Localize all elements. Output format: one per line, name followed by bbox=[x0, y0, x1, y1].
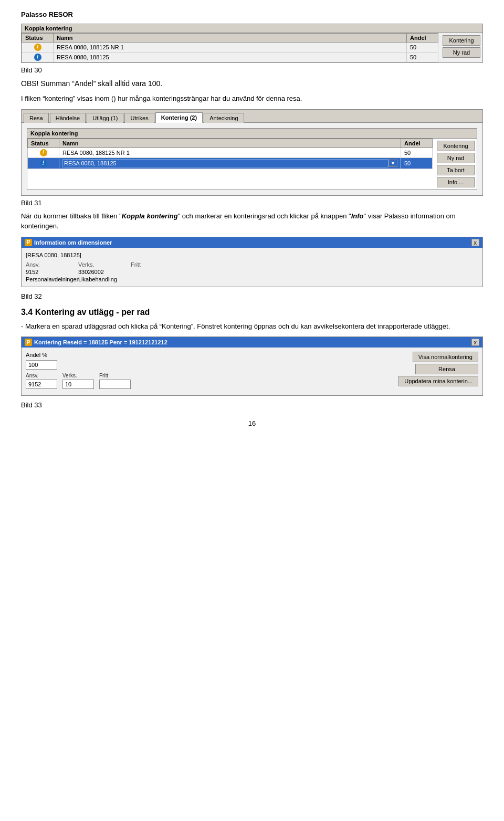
ny-rad-button-2[interactable]: Ny rad bbox=[437, 153, 475, 163]
cell-andel: 50 bbox=[407, 43, 438, 52]
andel-label: Andel % bbox=[26, 352, 131, 358]
info-button[interactable]: Info ... bbox=[437, 177, 475, 187]
kontering-button-2[interactable]: Kontering bbox=[437, 141, 475, 151]
para-2-part1: När du kommer tillbaka till fliken " bbox=[21, 212, 122, 220]
cell-namn: RESA 0080, 188125 bbox=[54, 52, 407, 62]
kontering-title-icon: P bbox=[25, 339, 32, 346]
window-1-table: Status Namn Andel ! RESA 0080, 188125 NR… bbox=[22, 33, 438, 62]
window-2-table: Status Namn Andel ! RESA 0080, 188125 NR… bbox=[27, 139, 433, 169]
field-group-fritt: Fritt bbox=[99, 373, 131, 389]
table-row[interactable]: ! RESA 0080, 188125 NR 1 50 bbox=[28, 148, 433, 157]
info-value-personalav: Personalavdelningen bbox=[26, 276, 78, 282]
info-window-title: Information om dimensioner bbox=[34, 239, 112, 246]
window-1-title: Koppla kontering bbox=[25, 25, 72, 31]
kontering-button-1[interactable]: Kontering bbox=[443, 35, 480, 46]
col-status: Status bbox=[22, 34, 54, 43]
table-row[interactable]: ! RESA 0080, 188125 NR 1 50 bbox=[22, 43, 438, 52]
col-namn-2: Namn bbox=[59, 139, 401, 148]
info-close-button[interactable]: x bbox=[471, 239, 480, 246]
kontering-title-bar: P Kontering Reseid = 188125 Penr = 19121… bbox=[22, 337, 482, 348]
window-2: Resa Händelse Utlägg (1) Utrikes Konteri… bbox=[21, 109, 483, 196]
para-2-bold: Koppla kontering bbox=[122, 212, 178, 220]
verks-input[interactable] bbox=[62, 380, 94, 389]
info-label-fritt: Fritt bbox=[131, 261, 183, 268]
window-1-buttons: Kontering Ny rad bbox=[440, 33, 482, 62]
ny-rad-button-1[interactable]: Ny rad bbox=[443, 47, 480, 58]
app-title: Palasso RESOR bbox=[21, 10, 483, 18]
table-row[interactable]: ! RESA 0080, 188125 50 bbox=[22, 52, 438, 62]
para-3: - Markera en sparad utläggsrad och klick… bbox=[21, 321, 483, 332]
caption-1: Bild 30 bbox=[21, 66, 483, 74]
uppdatera-button[interactable]: Uppdatera mina konterin... bbox=[398, 376, 478, 386]
info-value-ansv: 9152 bbox=[26, 269, 78, 275]
window-2-buttons: Kontering Ny rad Ta bort Info ... bbox=[435, 139, 477, 190]
obs-text: OBS! Summan “Andel” skall alltid vara 10… bbox=[21, 78, 483, 89]
info-window: P Information om dimensioner x [RESA 008… bbox=[21, 237, 483, 287]
col-andel: Andel bbox=[407, 34, 438, 43]
koppla-section-2: Koppla kontering Status Namn Andel bbox=[27, 128, 477, 190]
caption-4: Bild 33 bbox=[21, 401, 483, 409]
visa-normalkontering-button[interactable]: Visa normalkontering bbox=[413, 352, 478, 362]
kontering-buttons: Visa normalkontering Rensa Uppdatera min… bbox=[398, 352, 478, 386]
dropdown-btn[interactable]: ▼ bbox=[388, 160, 397, 167]
window-1-titlebar: Koppla kontering bbox=[22, 24, 482, 33]
status-icon-blue-2: ! bbox=[40, 160, 47, 167]
status-icon-blue: ! bbox=[34, 54, 41, 61]
namn-input[interactable] bbox=[62, 159, 388, 167]
cell-andel: 50 bbox=[407, 52, 438, 62]
para-2: När du kommer tillbaka till fliken "Kopp… bbox=[21, 211, 483, 231]
tab-anteckning[interactable]: Anteckning bbox=[204, 113, 244, 123]
info-label-ansv: Ansv. bbox=[26, 261, 78, 268]
tab-kontering[interactable]: Kontering (2) bbox=[155, 112, 203, 123]
field-group-verks: Verks. bbox=[62, 373, 94, 389]
window-1: Koppla kontering Status Namn Andel ! bbox=[21, 24, 483, 63]
fritt-label: Fritt bbox=[99, 373, 131, 378]
col-namn: Namn bbox=[54, 34, 407, 43]
cell-andel-sel: 50 bbox=[401, 157, 433, 169]
col-status-2: Status bbox=[28, 139, 59, 148]
info-value-verks: 33026002 bbox=[78, 269, 131, 275]
tab-utlagg[interactable]: Utlägg (1) bbox=[87, 113, 123, 123]
fritt-input[interactable] bbox=[99, 380, 131, 389]
para-2-part2: " och markerar en konteringsrad och klic… bbox=[178, 212, 351, 220]
cell-namn-dropdown: ▼ bbox=[59, 157, 401, 169]
info-label-verks: Verks. bbox=[78, 261, 131, 268]
info-value-likabehandling: Likabehandling bbox=[78, 276, 131, 282]
tab-resa[interactable]: Resa bbox=[24, 113, 49, 123]
info-value-fritt bbox=[131, 269, 183, 275]
info-grid: Ansv. Verks. Fritt 9152 33026002 Persona… bbox=[26, 261, 478, 282]
kontering-body: Andel % Ansv. Verks. Fritt bbox=[22, 348, 482, 395]
field-row: Ansv. Verks. Fritt bbox=[26, 373, 131, 389]
cell-namn-2: RESA 0080, 188125 NR 1 bbox=[59, 148, 401, 157]
info-ref: [RESA 0080, 188125] bbox=[26, 252, 478, 258]
status-icon-orange-2: ! bbox=[40, 149, 47, 156]
koppla-header-2: Koppla kontering bbox=[27, 129, 477, 139]
ansv-input[interactable] bbox=[26, 380, 57, 389]
para-2-bold2: Info bbox=[351, 212, 364, 220]
kontering-fields: Andel % Ansv. Verks. Fritt bbox=[26, 352, 131, 391]
caption-2: Bild 31 bbox=[21, 199, 483, 207]
info-body: [RESA 0080, 188125] Ansv. Verks. Fritt 9… bbox=[22, 248, 482, 287]
field-group-ansv: Ansv. bbox=[26, 373, 57, 389]
tab-utrikes[interactable]: Utrikes bbox=[124, 113, 154, 123]
page-number: 16 bbox=[21, 419, 483, 427]
cell-andel-2: 50 bbox=[401, 148, 433, 157]
info-value-empty bbox=[131, 276, 183, 282]
section-heading: 3.4 Kontering av utlägg - per rad bbox=[21, 308, 483, 317]
info-title-bar: P Information om dimensioner x bbox=[22, 237, 482, 248]
kontering-window: P Kontering Reseid = 188125 Penr = 19121… bbox=[21, 336, 483, 396]
info-title-icon: P bbox=[25, 239, 32, 246]
cell-namn: RESA 0080, 188125 NR 1 bbox=[54, 43, 407, 52]
status-icon-orange: ! bbox=[34, 44, 41, 51]
tab-strip: Resa Händelse Utlägg (1) Utrikes Konteri… bbox=[22, 110, 482, 123]
kontering-window-title: Kontering Reseid = 188125 Penr = 1912121… bbox=[34, 339, 167, 345]
table-row[interactable]: ! ▼ 50 bbox=[28, 157, 433, 169]
verks-label: Verks. bbox=[62, 373, 94, 378]
caption-3: Bild 32 bbox=[21, 292, 483, 300]
andel-input[interactable] bbox=[26, 360, 57, 370]
col-andel-2: Andel bbox=[401, 139, 433, 148]
rensa-button[interactable]: Rensa bbox=[415, 364, 478, 374]
kontering-close-button[interactable]: x bbox=[471, 339, 480, 346]
ta-bort-button[interactable]: Ta bort bbox=[437, 165, 475, 175]
tab-handelse[interactable]: Händelse bbox=[50, 113, 86, 123]
